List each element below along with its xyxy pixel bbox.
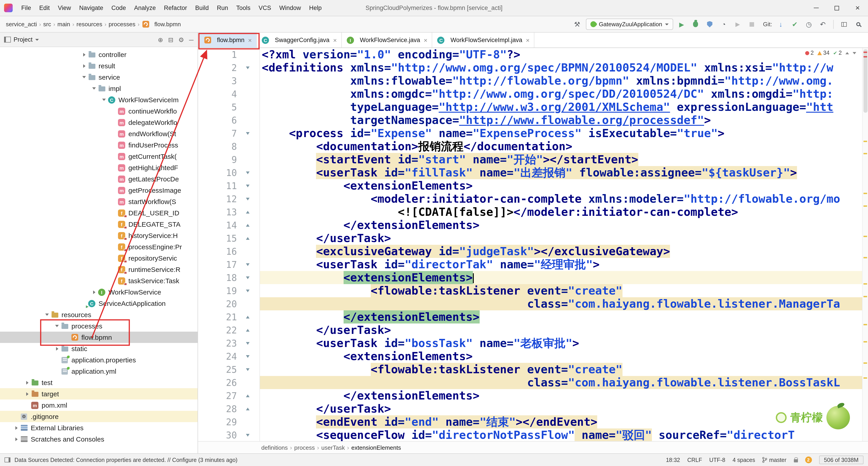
stripe-mark[interactable] bbox=[864, 362, 867, 364]
tree-item-continueworkflo[interactable]: mcontinueWorkflo bbox=[0, 106, 197, 117]
chevron-down-icon[interactable] bbox=[35, 39, 39, 40]
tree-item-endworkflow-st[interactable]: mendWorkflow(St bbox=[0, 128, 197, 139]
tree-item-service[interactable]: service bbox=[0, 71, 197, 83]
fold-collapse-icon[interactable] bbox=[246, 276, 250, 279]
tree-item-getcurrenttask[interactable]: mgetCurrentTask( bbox=[0, 151, 197, 162]
hide-panel-icon[interactable]: ─ bbox=[189, 36, 193, 43]
layout-icon[interactable] bbox=[839, 19, 849, 30]
rollback-icon[interactable]: ↶ bbox=[817, 19, 828, 30]
chevron-down-icon[interactable] bbox=[90, 87, 98, 90]
tree-item-historyservice-h[interactable]: fhistoryService:H bbox=[0, 230, 197, 241]
memory-indicator[interactable]: 506 of 3038M bbox=[819, 456, 864, 464]
chevron-right-icon[interactable] bbox=[24, 381, 31, 384]
code-line-25[interactable]: <flowable:taskListener event="create" bbox=[260, 363, 868, 376]
fold-collapse-icon[interactable] bbox=[246, 198, 250, 200]
scrollbar-thumb[interactable] bbox=[863, 49, 867, 113]
menu-build[interactable]: Build bbox=[191, 0, 213, 16]
fold-collapse-icon[interactable] bbox=[246, 342, 250, 345]
tree-item-finduserprocess[interactable]: mfindUserProcess bbox=[0, 139, 197, 151]
git-commit-icon[interactable]: ✔ bbox=[789, 19, 800, 30]
tab-workflowserviceimpl-java[interactable]: CWorkFlowServiceImpl.java× bbox=[432, 33, 535, 48]
fold-collapse-icon[interactable] bbox=[246, 289, 250, 292]
code-line-6[interactable]: targetNamespace="http://www.flowable.org… bbox=[260, 114, 868, 127]
tab-flow-bpmn[interactable]: flow.bpmn× bbox=[199, 33, 257, 48]
fold-collapse-icon[interactable] bbox=[246, 132, 250, 135]
git-branch[interactable]: master bbox=[763, 457, 786, 463]
chevron-right-icon[interactable] bbox=[90, 290, 98, 294]
code-line-1[interactable]: <?xml version="1.0" encoding="UTF-8"?> bbox=[260, 48, 868, 61]
project-panel-title[interactable]: Project bbox=[13, 36, 33, 43]
code-line-23[interactable]: <userTask id="bossTask" name="老板审批"> bbox=[260, 337, 868, 350]
code-line-14[interactable]: </extensionElements> bbox=[260, 219, 868, 232]
build-hammer-icon[interactable]: ⚒ bbox=[572, 19, 583, 30]
stripe-mark[interactable] bbox=[864, 296, 867, 297]
tree-item-flow-bpmn[interactable]: flow.bpmn bbox=[0, 332, 197, 343]
inspection-widget[interactable]: 2 34 ✔2 bbox=[803, 49, 858, 57]
tab-close-icon[interactable]: × bbox=[424, 36, 428, 43]
tree-item-getprocessimage[interactable]: mgetProcessImage bbox=[0, 184, 197, 196]
stripe-mark[interactable] bbox=[864, 52, 867, 53]
menu-vcs[interactable]: VCS bbox=[254, 0, 275, 16]
collapse-all-icon[interactable]: ⊟ bbox=[168, 36, 174, 43]
tab-workflowservice-java[interactable]: IWorkFlowService.java× bbox=[342, 33, 432, 48]
code-line-30[interactable]: <sequenceFlow id="directorNotPassFlow" n… bbox=[260, 429, 868, 441]
tab-swaggerconfig-java[interactable]: CSwaggerConfig.java× bbox=[257, 33, 342, 48]
stripe-mark[interactable] bbox=[864, 324, 867, 325]
tree-item-application-yml[interactable]: application.yml bbox=[0, 366, 197, 377]
code-line-4[interactable]: xmlns:omgdc="http://www.omg.org/spec/DD/… bbox=[260, 87, 868, 100]
tree-item-workflowservice[interactable]: IWorkFlowService bbox=[0, 286, 197, 298]
code-line-21[interactable]: </extensionElements> bbox=[260, 310, 868, 323]
code-line-3[interactable]: xmlns:flowable="http://flowable.org/bpmn… bbox=[260, 74, 868, 87]
menu-file[interactable]: File bbox=[17, 0, 35, 16]
locate-file-icon[interactable]: ⊕ bbox=[158, 36, 163, 43]
run-button[interactable]: ▶ bbox=[676, 19, 687, 30]
code-line-18[interactable]: <extensionElements> bbox=[260, 271, 868, 284]
tree-item-target[interactable]: target bbox=[0, 388, 197, 400]
tree-item-delegate-sta[interactable]: fDELEGATE_STA bbox=[0, 219, 197, 230]
rerun-button[interactable]: ▶ bbox=[733, 19, 743, 30]
status-message[interactable]: Data Sources Detected: Connection proper… bbox=[14, 457, 238, 463]
fold-expand-icon[interactable] bbox=[246, 211, 250, 213]
code-line-19[interactable]: <flowable:taskListener event="create" bbox=[260, 284, 868, 297]
code-line-17[interactable]: <userTask id="directorTak" name="经理审批"> bbox=[260, 258, 868, 271]
menu-analyze[interactable]: Analyze bbox=[130, 0, 160, 16]
chevron-down-icon[interactable] bbox=[81, 76, 88, 78]
stripe-mark[interactable] bbox=[864, 236, 867, 237]
profiler-button[interactable]: ◔ bbox=[718, 19, 729, 30]
menu-run[interactable]: Run bbox=[213, 0, 232, 16]
minimize-button[interactable] bbox=[806, 0, 827, 16]
chevron-right-icon[interactable] bbox=[81, 53, 88, 56]
tree-item-controller[interactable]: controller bbox=[0, 49, 197, 60]
tree-item-deal-user-id[interactable]: fDEAL_USER_ID bbox=[0, 207, 197, 219]
stripe-mark[interactable] bbox=[864, 205, 867, 207]
code-line-7[interactable]: <process id="Expense" name="ExpenseProce… bbox=[260, 127, 868, 140]
chevron-right-icon[interactable] bbox=[53, 347, 61, 350]
fold-collapse-icon[interactable] bbox=[246, 66, 250, 69]
lock-icon[interactable] bbox=[794, 459, 798, 462]
code-line-26[interactable]: class="com.haiyang.flowable.listener.Bos… bbox=[260, 376, 868, 389]
editor-breadcrumb-process[interactable]: process bbox=[294, 444, 315, 451]
git-update-icon[interactable]: ↓ bbox=[775, 19, 786, 30]
fold-expand-icon[interactable] bbox=[246, 394, 250, 397]
error-stripe[interactable] bbox=[862, 48, 868, 441]
chevron-right-icon[interactable] bbox=[24, 392, 31, 396]
code-line-5[interactable]: typeLanguage="http://www.w3.org/2001/XML… bbox=[260, 100, 868, 114]
nav-crumb-processes[interactable]: processes bbox=[107, 21, 137, 28]
editor-breadcrumb-extensionelements[interactable]: extensionElements bbox=[351, 444, 401, 451]
notification-badge[interactable]: 2 bbox=[805, 457, 812, 463]
code-line-2[interactable]: <definitions xmlns="http://www.omg.org/s… bbox=[260, 61, 868, 74]
tree-item-gethighlightedf[interactable]: mgetHighLightedF bbox=[0, 162, 197, 173]
code-line-15[interactable]: </userTask> bbox=[260, 232, 868, 245]
menu-code[interactable]: Code bbox=[107, 0, 130, 16]
code-line-11[interactable]: <extensionElements> bbox=[260, 179, 868, 192]
menu-window[interactable]: Window bbox=[275, 0, 305, 16]
fold-collapse-icon[interactable] bbox=[246, 368, 250, 371]
coverage-button[interactable] bbox=[704, 19, 715, 30]
caret-position[interactable]: 18:32 bbox=[666, 457, 680, 463]
menu-view[interactable]: View bbox=[54, 0, 75, 16]
run-configuration-selector[interactable]: GatewayZuulApplication bbox=[586, 19, 673, 30]
chevron-down-icon[interactable] bbox=[43, 314, 51, 316]
tab-close-icon[interactable]: × bbox=[526, 36, 530, 43]
tree-item-resources[interactable]: resources bbox=[0, 309, 197, 320]
code-line-16[interactable]: <exclusiveGateway id="judgeTask"></exclu… bbox=[260, 245, 868, 258]
